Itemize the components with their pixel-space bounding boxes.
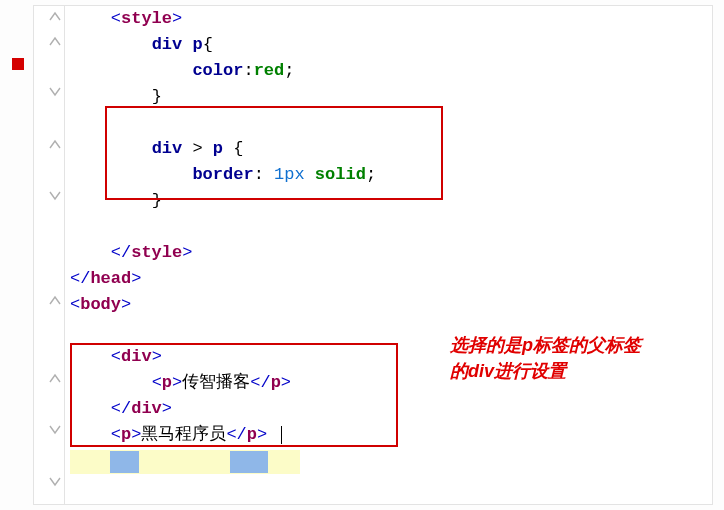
code-line[interactable]: </style> bbox=[70, 240, 710, 266]
code-line[interactable] bbox=[70, 214, 710, 240]
code-line[interactable]: } bbox=[70, 188, 710, 214]
text-content: 传智播客 bbox=[182, 373, 250, 392]
code-line[interactable]: <style> bbox=[70, 6, 710, 32]
code-line[interactable]: } bbox=[70, 84, 710, 110]
code-line[interactable] bbox=[70, 110, 710, 136]
annotation-line: 选择的是p标签的父标签 bbox=[450, 332, 641, 358]
gutter[interactable] bbox=[34, 6, 65, 504]
code-line[interactable]: div p{ bbox=[70, 32, 710, 58]
code-line[interactable]: <body> bbox=[70, 292, 710, 318]
code-line[interactable]: <p>黑马程序员</p> bbox=[70, 422, 710, 448]
code-line[interactable]: border: 1px solid; bbox=[70, 162, 710, 188]
editor-canvas: 选择的是p标签的父标签 的div进行设置 <style> div p{ colo… bbox=[0, 0, 724, 510]
code-line[interactable]: </div> bbox=[70, 396, 710, 422]
code-line[interactable]: div > p { bbox=[70, 136, 710, 162]
code-line[interactable]: </head> bbox=[70, 266, 710, 292]
text-cursor bbox=[281, 426, 283, 444]
annotation-text: 选择的是p标签的父标签 的div进行设置 bbox=[450, 332, 641, 384]
breakpoint-marker[interactable] bbox=[12, 58, 24, 70]
annotation-line: 的div进行设置 bbox=[450, 358, 641, 384]
text-content: 黑马程序员 bbox=[141, 425, 226, 444]
code-line[interactable]: color:red; bbox=[70, 58, 710, 84]
code-area[interactable]: <style> div p{ color:red; } div > p { bo… bbox=[70, 6, 710, 504]
